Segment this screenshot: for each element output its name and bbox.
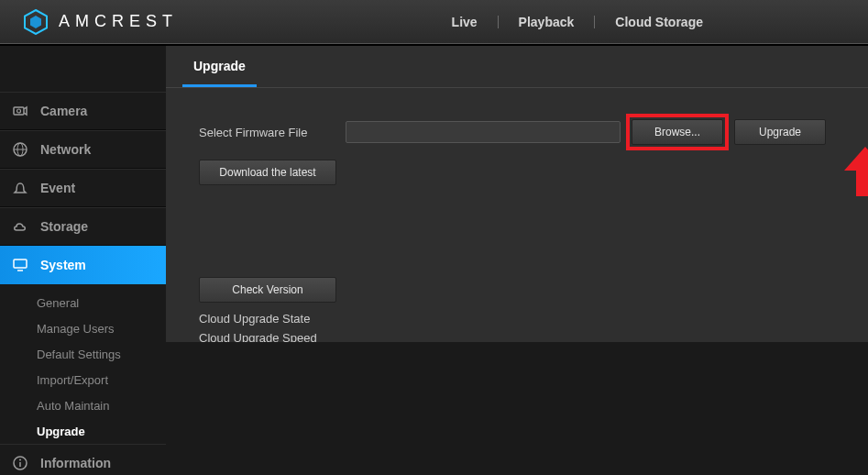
browse-button[interactable]: Browse... (632, 119, 723, 145)
sidebar-item-network[interactable]: Network (0, 130, 166, 169)
monitor-icon (11, 256, 29, 274)
info-icon (11, 454, 29, 472)
upgrade-panel: Select Firmware File Browse... Upgrade D… (166, 88, 868, 376)
top-nav: Live Playback Cloud Storage (448, 15, 707, 29)
sidebar-item-event[interactable]: Event (0, 169, 166, 207)
brand-hexagon-icon (24, 9, 48, 35)
firmware-row: Select Firmware File Browse... Upgrade (199, 114, 835, 150)
sidebar-item-label: Camera (40, 104, 87, 118)
download-row: Download the latest (199, 160, 835, 185)
camera-icon (11, 102, 29, 120)
nav-cloud-storage[interactable]: Cloud Storage (611, 15, 707, 29)
subnav-manage-users[interactable]: Manage Users (0, 315, 166, 341)
content-tabs: Upgrade (166, 46, 868, 88)
subnav-upgrade[interactable]: Upgrade (0, 418, 166, 444)
sidebar-item-label: Event (40, 181, 75, 195)
sidebar-item-label: Information (40, 456, 111, 470)
nav-playback[interactable]: Playback (515, 15, 578, 29)
header-bar: AMCREST Live Playback Cloud Storage (0, 0, 868, 44)
brand-name: AMCREST (59, 12, 178, 31)
brand-logo: AMCREST (24, 9, 178, 35)
sidebar-item-system[interactable]: System (0, 246, 166, 284)
svg-rect-2 (14, 107, 24, 115)
check-version-row: Check Version (199, 277, 835, 303)
select-firmware-label: Select Firmware File (199, 126, 346, 139)
svg-marker-12 (844, 147, 868, 196)
download-latest-button[interactable]: Download the latest (199, 160, 336, 185)
nav-live[interactable]: Live (448, 15, 481, 29)
nav-separator (594, 16, 595, 28)
browse-highlight-box: Browse... (626, 114, 729, 150)
sidebar: Camera Network Event Storage System (0, 46, 166, 475)
sidebar-item-label: Network (40, 142, 91, 157)
svg-rect-7 (14, 260, 27, 268)
subnav-general[interactable]: General (0, 290, 166, 315)
sidebar-item-label: System (40, 258, 86, 272)
subnav-import-export[interactable]: Import/Export (0, 367, 166, 392)
check-version-button[interactable]: Check Version (199, 277, 336, 303)
tab-upgrade[interactable]: Upgrade (182, 46, 257, 87)
sidebar-item-information[interactable]: Information (0, 444, 166, 475)
upgrade-button[interactable]: Upgrade (734, 119, 826, 145)
sidebar-item-storage[interactable]: Storage (0, 207, 166, 246)
svg-point-11 (19, 459, 21, 461)
firmware-file-input[interactable] (346, 121, 621, 143)
content-bottom-fill (166, 342, 868, 475)
nav-separator (498, 16, 499, 28)
subnav-auto-maintain[interactable]: Auto Maintain (0, 392, 166, 418)
bell-icon (11, 179, 29, 197)
callout-arrow-icon (844, 147, 868, 200)
sidebar-item-label: Storage (40, 219, 88, 234)
globe-icon (11, 140, 29, 159)
svg-marker-1 (30, 16, 41, 28)
spacer (199, 194, 835, 277)
cloud-icon (11, 217, 29, 236)
cloud-upgrade-state-label: Cloud Upgrade State (199, 312, 835, 326)
sidebar-item-camera[interactable]: Camera (0, 92, 166, 130)
svg-point-3 (17, 109, 21, 113)
subnav-default-settings[interactable]: Default Settings (0, 341, 166, 367)
system-subnav: General Manage Users Default Settings Im… (0, 284, 166, 444)
